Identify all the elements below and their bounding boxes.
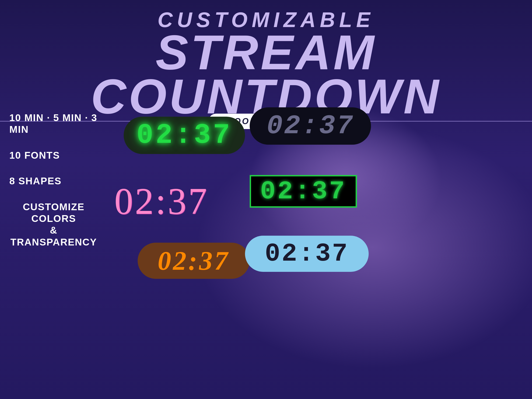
timer-pink-script-value: 02:37	[114, 180, 209, 223]
feature-fonts: 10 FONTS	[9, 150, 98, 161]
timer-green-drip-value: 02:37	[137, 120, 232, 151]
timer-green-rect-value: 02:37	[260, 177, 347, 206]
feature-shapes: 8 SHAPES	[9, 175, 98, 187]
timer-orange-brown-pill: 02:37	[138, 243, 250, 279]
main-content: CUSTOMIZABLE STREAM COUNTDOWN SPOOKY EDI…	[0, 0, 532, 399]
timer-green-rect: 02:37	[250, 175, 357, 208]
timer-ghost-dark-pill: 02:37	[250, 107, 371, 145]
features-sidebar: 10 MIN · 5 MIN · 3 MIN 10 FONTS 8 SHAPES…	[0, 112, 98, 248]
feature-durations: 10 MIN · 5 MIN · 3 MIN	[9, 112, 98, 136]
timer-dark-blue-value: 02:37	[265, 239, 349, 268]
timer-ghost-value: 02:37	[266, 111, 354, 141]
timers-display-area: 02:37 02:37 02:37 02:37 02:37 02:37	[100, 103, 532, 394]
feature-colors: CUSTOMIZE COLORS & TRANSPARENCY	[9, 201, 98, 248]
timer-dark-blue-pill: 02:37	[245, 236, 369, 272]
timer-orange-value: 02:37	[158, 246, 230, 276]
timer-green-drip-pill: 02:37	[124, 117, 245, 154]
header-section: CUSTOMIZABLE STREAM COUNTDOWN	[0, 0, 532, 119]
timer-pink-script: 02:37	[114, 180, 209, 223]
